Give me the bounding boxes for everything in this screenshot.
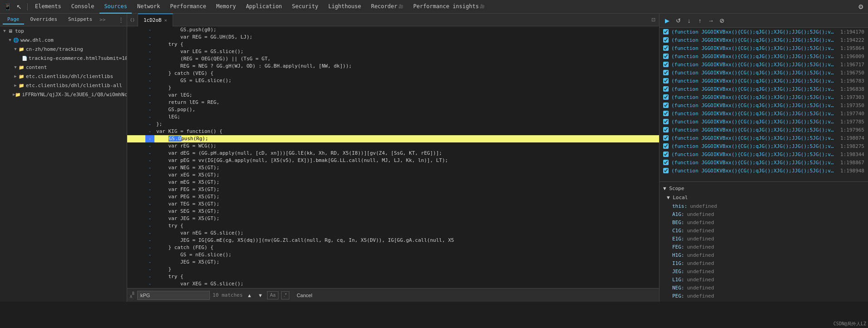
breakpoint-checkbox[interactable] <box>663 168 669 173</box>
mobile-toggle-btn[interactable]: 📱 <box>2 1 13 12</box>
breakpoint-checkbox[interactable] <box>663 152 669 157</box>
step-into-btn[interactable]: ↓ <box>684 15 694 25</box>
breakpoint-item[interactable]: (function JGGOIKVBxx(){CG();qJG();XJG();… <box>660 101 868 109</box>
breakpoint-checkbox[interactable] <box>663 70 669 75</box>
line-gutter[interactable]: - <box>145 237 154 244</box>
tab-snippets[interactable]: Snippets <box>64 15 97 24</box>
line-gutter[interactable]: - <box>145 77 154 84</box>
tab-layout-btn[interactable]: ⊡ <box>650 17 657 23</box>
tab-recorder[interactable]: Recorder 🎥 <box>367 0 408 14</box>
breakpoint-item[interactable]: (function JGGOIKVBxx(){CG();qJG();XJG();… <box>660 28 868 36</box>
tree-item-top[interactable]: ▼ 🖥 top <box>0 26 127 35</box>
resume-btn[interactable]: ▶ <box>662 15 672 25</box>
regex-btn[interactable]: .* <box>281 291 290 299</box>
search-next-btn[interactable]: ▼ <box>256 291 264 299</box>
tab-application[interactable]: Application <box>241 0 286 14</box>
search-cancel-btn[interactable]: Cancel <box>292 292 317 299</box>
step-btn[interactable]: → <box>706 15 716 25</box>
tab-performance-insights[interactable]: Performance insights 🎥 <box>409 0 490 14</box>
tab-sources[interactable]: Sources <box>99 0 132 14</box>
line-gutter[interactable]: - <box>145 26 154 34</box>
line-gutter[interactable]: - <box>145 135 154 142</box>
tree-item-obfuscated[interactable]: ▶ 📁 iFFRbYNL/qjJX-3L/e3UE6_i/Q8/wiOmhNcD… <box>0 90 127 99</box>
breakpoint-item[interactable]: (function JGGOIKVBxx(){CG();qJG();XJG();… <box>660 85 868 93</box>
line-gutter[interactable]: - <box>145 222 154 230</box>
line-gutter[interactable]: - <box>145 70 154 77</box>
line-gutter[interactable]: - <box>145 106 154 113</box>
code-content[interactable]: - GS.push(g0);- var REG = GG.UH(DS, LJ);… <box>127 26 659 288</box>
breakpoint-checkbox[interactable] <box>663 94 669 100</box>
breakpoint-item[interactable]: (function JGGOIKVBxx(){CG();qJG();XJG();… <box>660 60 868 69</box>
element-select-btn[interactable]: ↖ <box>14 1 25 12</box>
breakpoint-checkbox[interactable] <box>663 111 669 116</box>
line-gutter[interactable]: - <box>145 63 154 70</box>
deactivate-btn[interactable]: ⊘ <box>717 15 727 25</box>
tab-network[interactable]: Network <box>133 0 165 14</box>
tree-item-html[interactable]: 📄 tracking-ecommerce.html?submit=1&trac <box>0 54 127 63</box>
line-gutter[interactable]: - <box>145 99 154 106</box>
breakpoint-checkbox[interactable] <box>663 103 669 108</box>
search-prev-btn[interactable]: ▲ <box>245 291 253 299</box>
line-gutter[interactable]: - <box>145 142 154 150</box>
breakpoint-item[interactable]: (function JGGOIKVBxx(){CG();qJG();XJG();… <box>660 142 868 150</box>
tree-item-content[interactable]: ▼ 📁 content <box>0 63 127 72</box>
breakpoint-checkbox[interactable] <box>663 86 669 92</box>
line-gutter[interactable]: - <box>145 266 154 273</box>
breakpoint-item[interactable]: (function JGGOIKVBxx(){CG();qJG();XJG();… <box>660 166 868 175</box>
line-gutter[interactable]: - <box>145 230 154 237</box>
tree-item-clientlib-all[interactable]: ▶ 📁 etc.clientlibs/dhl/clientlib-all <box>0 81 127 90</box>
breakpoint-item[interactable]: (function JGGOIKVBxx(){CG();qJG();XJG();… <box>660 77 868 85</box>
line-gutter[interactable]: - <box>145 121 154 128</box>
line-gutter[interactable]: - <box>145 48 154 55</box>
breakpoint-item[interactable]: (function JGGOIKVBxx(){CG();qJG();XJG();… <box>660 117 868 126</box>
tree-item-dhl[interactable]: ▼ 🌐 www.dhl.com <box>0 35 127 44</box>
breakpoint-checkbox[interactable] <box>663 143 669 149</box>
breakpoint-checkbox[interactable] <box>663 127 669 132</box>
line-gutter[interactable]: - <box>145 157 154 164</box>
breakpoint-item[interactable]: (function JGGOIKVBxx(){CG();qJG();XJG();… <box>660 150 868 158</box>
breakpoint-item[interactable]: (function JGGOIKVBxx(){CG();qJG();XJG();… <box>660 93 868 101</box>
line-gutter[interactable]: - <box>145 273 154 280</box>
line-gutter[interactable]: - <box>145 186 154 193</box>
tab-elements[interactable]: Elements <box>30 0 66 14</box>
line-gutter[interactable]: - <box>145 128 154 135</box>
step-out-btn[interactable]: ↑ <box>695 15 705 25</box>
line-gutter[interactable]: - <box>145 259 154 266</box>
breakpoint-checkbox[interactable] <box>663 119 669 124</box>
breakpoint-item[interactable]: (function JGGOIKVBxx(){CG();qJG();XJG();… <box>660 126 868 134</box>
line-gutter[interactable]: - <box>145 208 154 215</box>
line-gutter[interactable]: - <box>145 41 154 48</box>
breakpoint-item[interactable]: (function JGGOIKVBxx(){CG();qJG();XJG();… <box>660 52 868 60</box>
breakpoint-checkbox[interactable] <box>663 29 669 34</box>
search-input[interactable] <box>137 291 210 300</box>
breakpoint-checkbox[interactable] <box>663 78 669 83</box>
more-options-btn[interactable]: ⋮ <box>118 16 124 23</box>
breakpoint-checkbox[interactable] <box>663 54 669 59</box>
tab-lighthouse[interactable]: Lighthouse <box>324 0 366 14</box>
line-gutter[interactable]: - <box>145 34 154 41</box>
tab-console[interactable]: Console <box>67 0 99 14</box>
breakpoint-item[interactable]: (function JGGOIKVBxx(){CG();qJG();XJG();… <box>660 109 868 117</box>
line-gutter[interactable]: - <box>145 251 154 259</box>
tab-overrides[interactable]: Overrides <box>26 15 62 24</box>
breakpoint-item[interactable]: (function JGGOIKVBxx(){CG();qJG();XJG();… <box>660 158 868 166</box>
settings-button[interactable]: ⚙ <box>855 1 866 12</box>
case-sensitive-btn[interactable]: Aa <box>267 291 278 299</box>
scope-local-header[interactable]: ▼ Local <box>667 193 861 202</box>
tree-item-clientlibs[interactable]: ▶ 📁 etc.clientlibs/dhl/clientlibs <box>0 72 127 81</box>
breakpoint-item[interactable]: (function JGGOIKVBxx(){CG();qJG();XJG();… <box>660 44 868 52</box>
step-over-btn[interactable]: ↺ <box>673 15 683 25</box>
tab-performance[interactable]: Performance <box>166 0 211 14</box>
scope-header[interactable]: ▼ Scope <box>663 184 864 193</box>
line-gutter[interactable]: - <box>145 215 154 222</box>
breakpoint-item[interactable]: (function JGGOIKVBxx(){CG();qJG();XJG();… <box>660 69 868 77</box>
code-tab-1cd2ob[interactable]: 1cD2oB ✕ <box>138 14 173 26</box>
line-gutter[interactable]: - <box>145 288 154 288</box>
line-gutter[interactable]: - <box>145 164 154 171</box>
format-btn[interactable]: {} <box>127 14 138 26</box>
line-gutter[interactable]: - <box>145 179 154 186</box>
line-gutter[interactable]: - <box>145 92 154 99</box>
line-gutter[interactable]: - <box>145 150 154 157</box>
breakpoint-checkbox[interactable] <box>663 62 669 67</box>
breakpoint-checkbox[interactable] <box>663 45 669 51</box>
